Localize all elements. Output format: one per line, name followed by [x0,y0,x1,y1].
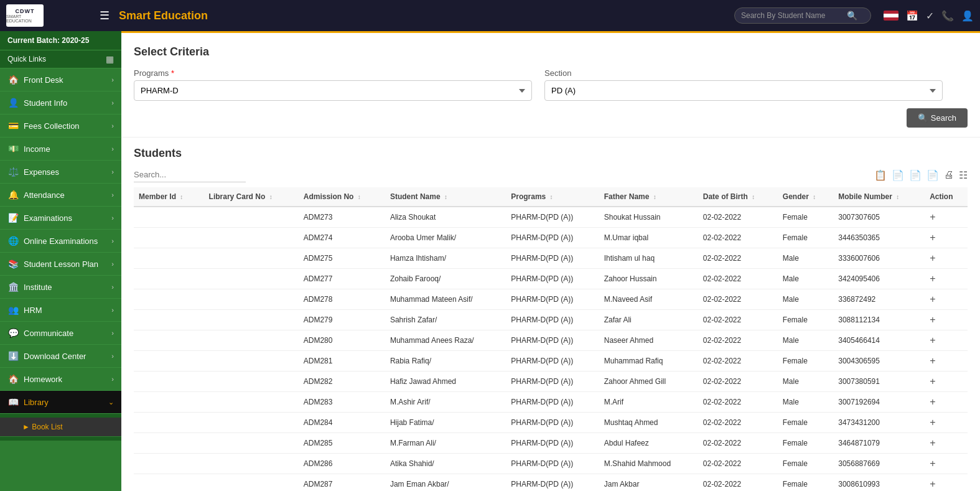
cell-father-name: Zahoor Ahmed Gill [599,372,698,392]
sidebar-item-student-lesson-plan[interactable]: 📚 Student Lesson Plan › [0,253,121,276]
cell-admission-no: ADM277 [299,269,385,289]
col-library-card-no: Library Card No ↕ [204,187,299,207]
cell-member-id [134,289,204,310]
cell-dob: 02-02-2022 [698,372,778,392]
cell-action[interactable]: + [925,372,968,392]
cell-programs: PHARM-D(PD (A)) [506,433,599,454]
sidebar-item-download-center[interactable]: ⬇️ Download Center › [0,345,121,368]
institute-icon: 🏛️ [7,282,19,292]
chevron-icon: › [111,329,114,337]
cell-programs: PHARM-D(PD (A)) [506,248,599,269]
expenses-icon: ⚖️ [7,167,19,177]
sidebar-item-expenses[interactable]: ⚖️ Expenses › [0,161,121,184]
copy-icon[interactable]: 📋 [874,169,887,181]
sidebar-item-label: Institute [24,283,52,292]
add-action-button[interactable]: + [930,273,935,284]
sidebar-item-front-desk[interactable]: 🏠 Front Desk › [0,68,121,91]
sidebar-item-label: Communicate [24,329,73,338]
check-icon[interactable]: ✓ [926,10,934,22]
cell-action[interactable]: + [925,351,968,372]
cell-mobile: 3446350365 [833,228,925,248]
section-select[interactable]: PD (A) PD (B) PD (C) [544,80,943,101]
hamburger-icon[interactable]: ☰ [100,9,110,22]
table-row: ADM273 Aliza Shoukat PHARM-D(PD (A)) Sho… [134,207,968,228]
add-action-button[interactable]: + [930,253,935,263]
sidebar-item-communicate[interactable]: 💬 Communicate › [0,322,121,345]
cell-action[interactable]: + [925,433,968,454]
add-action-button[interactable]: + [930,335,935,345]
search-criteria-button[interactable]: 🔍 Search [907,108,968,128]
cell-action[interactable]: + [925,413,968,433]
calendar-icon[interactable]: 📅 [906,10,918,22]
cell-dob: 02-02-2022 [698,413,778,433]
sidebar-item-student-info[interactable]: 👤 Student Info › [0,91,121,115]
chevron-icon: › [111,76,114,83]
flag-icon[interactable] [884,11,898,21]
chevron-icon: › [111,145,114,152]
students-toolbar: 📋 📄 📄 📄 🖨 ☷ [134,167,968,182]
add-action-button[interactable]: + [930,458,935,469]
add-action-button[interactable]: + [930,232,935,243]
pdf-icon[interactable]: 📄 [926,169,939,181]
cell-gender: Male [778,289,833,310]
csv-icon[interactable]: 📄 [909,169,922,181]
user-avatar-icon[interactable]: 👤 [961,10,974,22]
cell-action[interactable]: + [925,454,968,474]
cell-action[interactable]: + [925,269,968,289]
cell-library-card-no [204,372,299,392]
cell-action[interactable]: + [925,474,968,492]
sidebar-item-examinations[interactable]: 📝 Examinations › [0,207,121,230]
add-action-button[interactable]: + [930,479,935,489]
programs-required: * [171,68,174,78]
sidebar-item-library[interactable]: 📖 Library ⌄ [0,391,121,414]
add-action-button[interactable]: + [930,376,935,386]
cell-action[interactable]: + [925,392,968,413]
cell-father-name: Abdul Hafeez [599,433,698,454]
sidebar-sub-item-label: Book List [32,423,62,431]
cell-action[interactable]: + [925,330,968,351]
student-info-icon: 👤 [7,98,19,108]
add-action-button[interactable]: + [930,437,935,448]
cell-mobile: 3004306595 [833,351,925,372]
cell-member-id [134,310,204,330]
students-title: Students [134,147,968,160]
add-action-button[interactable]: + [930,212,935,222]
programs-select[interactable]: PHARM-D MBBS BDS BSN [134,80,532,101]
excel-icon[interactable]: 📄 [892,169,904,181]
cell-father-name: M.Umar iqbal [599,228,698,248]
grid-icon[interactable]: ▦ [106,54,114,64]
add-action-button[interactable]: + [930,314,935,325]
sidebar-item-homework[interactable]: 🏠 Homework › [0,368,121,391]
sidebar-sub-item-book-list[interactable]: ► Book List [0,418,121,437]
cell-action[interactable]: + [925,228,968,248]
columns-icon[interactable]: ☷ [959,169,968,181]
sidebar-item-income[interactable]: 💵 Income › [0,138,121,161]
sidebar-item-label: Income [24,144,50,154]
sidebar-item-attendance[interactable]: 🔔 Attendance › [0,184,121,207]
add-action-button[interactable]: + [930,294,935,304]
table-row: ADM282 Hafiz Jawad Ahmed PHARM-D(PD (A))… [134,372,968,392]
cell-action[interactable]: + [925,207,968,228]
sidebar-item-label: HRM [24,306,42,315]
cell-action[interactable]: + [925,289,968,310]
cell-programs: PHARM-D(PD (A)) [506,392,599,413]
sidebar-item-hrm[interactable]: 👥 HRM › [0,299,121,322]
chevron-icon: › [111,283,114,291]
global-search-input[interactable] [741,11,847,20]
cell-student-name: Aliza Shoukat [385,207,506,228]
cell-action[interactable]: + [925,310,968,330]
cell-action[interactable]: + [925,248,968,269]
cell-dob: 02-02-2022 [698,310,778,330]
print-icon[interactable]: 🖨 [944,169,954,180]
whatsapp-icon[interactable]: 📞 [941,10,954,22]
add-action-button[interactable]: + [930,417,935,428]
sidebar-item-institute[interactable]: 🏛️ Institute › [0,276,121,299]
cell-member-id [134,433,204,454]
cell-programs: PHARM-D(PD (A)) [506,330,599,351]
sidebar-item-fees-collection[interactable]: 💳 Fees Collection › [0,115,121,138]
add-action-button[interactable]: + [930,355,935,366]
students-search-input[interactable] [134,167,246,182]
sidebar-item-online-examinations[interactable]: 🌐 Online Examinations › [0,230,121,253]
add-action-button[interactable]: + [930,396,935,407]
income-icon: 💵 [7,144,19,154]
